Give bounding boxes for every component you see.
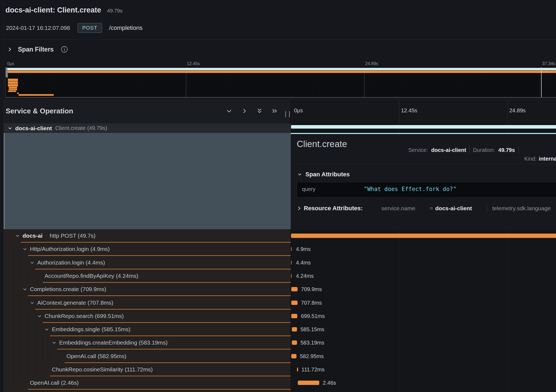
span-row-label-cell[interactable]: docs-ai http POST (49.7s) — [4, 229, 291, 243]
span-duration-label: 4.9ms — [296, 246, 311, 252]
span-row-bar-cell[interactable]: 699.51ms — [291, 310, 556, 323]
span-row-bar-cell[interactable]: 709.9ms — [291, 283, 556, 296]
span-bar[interactable] — [291, 301, 298, 305]
indent-guides — [13, 256, 28, 269]
span-row-label-cell[interactable]: ChunkRepo.cosineSimilarity (111.72ms) — [4, 363, 291, 376]
span-filters-label: Span Filters — [18, 46, 54, 53]
span-bar[interactable] — [298, 381, 319, 385]
span-bar[interactable] — [291, 287, 298, 291]
chevron-right-icon[interactable] — [8, 47, 11, 52]
minimap-viewport-handle-left[interactable] — [6, 67, 7, 77]
service-value: docs-ai-client — [431, 147, 466, 153]
span-row-label-cell[interactable]: ChunkRepo.search (699.51ms) — [4, 310, 291, 323]
chevron-down-icon[interactable] — [45, 328, 49, 331]
span-row-label-cell[interactable]: Embeddings.single (585.15ms) — [4, 323, 291, 336]
span-row[interactable]: docs-ai http POST (49.7s) — [0, 229, 556, 243]
span-row[interactable]: Http/Authorization.login (4.9ms) 4.9ms — [0, 243, 556, 256]
span-bar[interactable] — [291, 261, 292, 264]
span-row-label-cell[interactable]: OpenAI.call (582.95ms) — [4, 350, 291, 363]
expand-one-icon chevron-right-icon[interactable] — [241, 108, 247, 114]
span-row-label-cell[interactable]: Authorization.login (4.4ms) — [4, 256, 291, 269]
span-row-bar-cell[interactable]: 585.15ms — [291, 323, 556, 336]
span-row[interactable]: Embeddings.createEmbedding (583.19ms) 58… — [0, 336, 556, 349]
span-row-label-cell[interactable]: OpenAI.call (2.46s) — [4, 376, 291, 390]
span-row[interactable]: Completions.create (709.9ms) 709.9ms — [0, 283, 556, 296]
span-duration-label: 4.24ms — [296, 273, 314, 279]
expand-all-icon double-chevron-right-icon[interactable] — [272, 108, 278, 114]
ruler-tick-label: 0μs — [294, 107, 303, 114]
span-row[interactable]: OpenAI.call (582.95ms) 582.95ms — [0, 350, 556, 363]
span-row-bar-cell[interactable]: 583.19ms — [291, 336, 556, 349]
span-bar[interactable] — [291, 247, 292, 251]
section-divider — [0, 99, 556, 100]
chevron-down-icon[interactable] — [52, 342, 56, 344]
indent-guides — [13, 243, 20, 256]
trace-service-name: docs-ai-client: — [5, 6, 55, 14]
collapse-one-icon chevron-down-icon[interactable] — [226, 108, 232, 114]
minimap-span-bar — [7, 75, 8, 77]
trace-viewer: docs-ai-client: Client.create 49.79s 202… — [0, 0, 556, 392]
span-row-bar-cell[interactable]: 111.72ms — [291, 363, 556, 376]
span-bar[interactable] — [291, 354, 296, 358]
span-attributes-toggle[interactable]: Span Attributes — [298, 171, 350, 178]
span-row-bar-cell[interactable]: 4.24ms — [291, 269, 556, 283]
span-row-label-cell[interactable]: Embeddings.createEmbedding (583.19ms) — [4, 336, 291, 349]
span-row[interactable]: ChunkRepo.search (699.51ms) 699.51ms — [0, 310, 556, 323]
span-name: ChunkRepo.cosineSimilarity (111.72ms) — [52, 366, 153, 373]
service-label: Service: — [408, 147, 428, 153]
span-bar[interactable] — [292, 327, 297, 332]
span-row[interactable]: OpenAI.call (2.46s) 2.46s — [0, 376, 556, 390]
span-row-label-cell[interactable]: AiContext.generate (707.8ms) — [4, 296, 291, 310]
http-method-badge: POST — [78, 23, 102, 33]
chevron-down-icon[interactable] — [298, 173, 302, 176]
span-row[interactable]: Embeddings.single (585.15ms) 585.15ms — [0, 323, 556, 336]
span-row-label-cell[interactable]: Http/Authorization.login (4.9ms) — [4, 243, 291, 256]
minimap-span-bar — [8, 91, 16, 92]
chevron-right-icon[interactable] — [298, 206, 301, 211]
minimap-viewport-handle-right[interactable] — [541, 67, 542, 97]
span-row-bar-cell[interactable]: 707.8ms — [291, 296, 556, 310]
span-duration-label: 582.95ms — [300, 353, 324, 359]
chevron-down-icon[interactable] — [38, 315, 41, 317]
span-duration-label: 707.8ms — [301, 300, 322, 306]
span-bar-selected[interactable] — [291, 125, 556, 129]
minimap-span-bar — [9, 89, 17, 90]
chevron-down-icon[interactable] — [16, 235, 19, 237]
span-row[interactable]: AccountRepo.findByApiKey (4.24ms) 4.24ms — [0, 269, 556, 283]
span-row-selected[interactable]: docs-ai-client Client.create (49.79s) — [4, 123, 291, 133]
minimap-span-bar — [18, 94, 54, 96]
minimap-span-bar — [7, 68, 556, 70]
chevron-down-icon[interactable] — [8, 127, 12, 130]
chevron-down-icon[interactable] — [30, 262, 34, 264]
span-row-bar-cell[interactable] — [291, 229, 556, 243]
span-bar[interactable] — [292, 340, 297, 345]
span-row[interactable]: AiContext.generate (707.8ms) 707.8ms — [0, 296, 556, 310]
section-divider — [0, 39, 556, 40]
collapse-all-icon double-chevron-down-icon[interactable] — [257, 108, 263, 114]
chevron-down-icon[interactable] — [30, 302, 34, 304]
indent-guides — [13, 296, 28, 310]
span-row-bar-cell[interactable]: 2.46s — [291, 376, 556, 390]
span-row[interactable]: Authorization.login (4.4ms) 4.4ms — [0, 256, 556, 269]
trace-minimap[interactable] — [5, 67, 556, 98]
span-row[interactable]: ChunkRepo.cosineSimilarity (111.72ms) 11… — [0, 363, 556, 376]
span-filters-toggle[interactable]: Span Filters — [8, 43, 68, 55]
span-bar[interactable] — [297, 368, 298, 371]
span-row-bar-cell[interactable]: 4.9ms — [291, 243, 556, 256]
span-bar[interactable] — [291, 314, 297, 318]
chevron-down-icon[interactable] — [23, 288, 27, 291]
chevron-down-icon[interactable] — [23, 248, 27, 250]
span-row-bar-cell[interactable]: 4.4ms — [291, 256, 556, 269]
resource-key: service.name — [381, 204, 415, 213]
span-bar[interactable] — [291, 234, 556, 238]
detail-kind: Kind: internal — [524, 156, 556, 162]
span-row-label-cell[interactable]: Completions.create (709.9ms) — [4, 283, 291, 296]
ruler-tick-label: 24.89s — [509, 107, 526, 114]
span-row-label-cell[interactable]: AccountRepo.findByApiKey (4.24ms) — [4, 269, 291, 283]
info-icon[interactable] — [61, 46, 68, 53]
column-resize-grip[interactable] — [285, 111, 290, 117]
span-row-bar-cell[interactable]: 582.95ms — [291, 350, 556, 363]
kind-label: Kind: — [524, 156, 537, 162]
span-color-underline — [57, 349, 291, 349]
span-bar[interactable] — [291, 274, 292, 278]
